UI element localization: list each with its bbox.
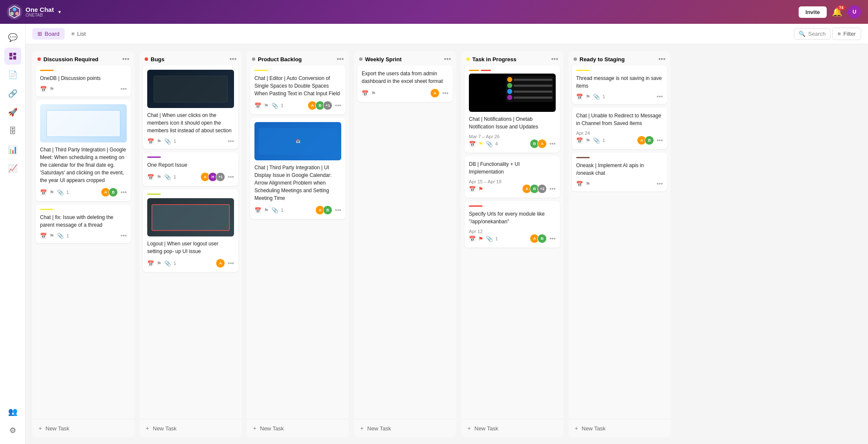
add-task-button[interactable]: ＋ New Task	[145, 423, 177, 434]
column-status-dot	[574, 57, 577, 61]
list-tab[interactable]: ≡ List	[66, 28, 91, 40]
flag-icon: ⚑	[49, 233, 54, 239]
add-task-button[interactable]: ＋ New Task	[359, 423, 391, 434]
user-avatar[interactable]: U	[848, 5, 861, 19]
calendar-icon: 📅	[40, 233, 47, 239]
card[interactable]: Oneask | Implement AI apis in /oneask ch…	[572, 153, 667, 191]
search-icon: 🔍	[799, 31, 805, 37]
column-title: Weekly Sprint	[365, 56, 441, 63]
svg-rect-5	[13, 53, 16, 55]
plus-icon: ＋	[574, 424, 579, 432]
sidebar-item-docs[interactable]: 📄	[4, 66, 21, 83]
calendar-icon: 📅	[576, 181, 583, 187]
card[interactable]: Logout | When user logout user setting p…	[143, 189, 238, 272]
card-menu[interactable]: •••	[549, 140, 556, 147]
card[interactable]: 📅 Chat | Third Party Integration | UI Di…	[250, 118, 345, 219]
card-menu[interactable]: •••	[657, 137, 663, 144]
invite-button[interactable]: Invite	[799, 6, 827, 18]
column-menu[interactable]: •••	[122, 55, 129, 63]
card-menu[interactable]: •••	[228, 138, 234, 145]
card[interactable]: Thread message is not saving in save ite…	[572, 65, 667, 104]
card[interactable]: Chat | Third Party Integration | Google …	[36, 100, 131, 201]
notification-button[interactable]: 🔔 74	[832, 7, 842, 17]
column-header: Bugs •••	[140, 51, 242, 65]
card-menu[interactable]: •••	[657, 93, 663, 100]
sidebar-item-db[interactable]: 🗄	[4, 122, 21, 139]
card-menu[interactable]: •••	[442, 90, 448, 97]
card[interactable]: Chat | When user clicks on the members i…	[143, 65, 238, 149]
card[interactable]: One Report Issue 📅 ⚑ 📎 1 AH+1 •••	[143, 152, 238, 186]
board-tab[interactable]: ⊞ Board	[32, 28, 65, 40]
search-bar[interactable]: 🔍 Search	[794, 28, 830, 40]
card[interactable]: Chat | Unable to Redirect to Message in …	[572, 108, 667, 149]
notification-badge: 74	[837, 5, 845, 10]
attachment-count: 1	[281, 103, 283, 108]
flag-icon: ⚑	[585, 94, 591, 100]
add-task-button[interactable]: ＋ New Task	[37, 423, 69, 434]
left-sidebar: 💬 📄 🔗 🚀 🗄 📊 📈 👥 ⚙	[0, 24, 26, 444]
card-footer: 📅 ⚑ 📎 1 AB •••	[254, 205, 341, 215]
card-footer: 📅 ⚑ •••	[576, 180, 663, 187]
card-tag	[576, 70, 590, 71]
card-menu[interactable]: •••	[549, 235, 556, 242]
sidebar-item-launch[interactable]: 🚀	[4, 104, 21, 121]
column-menu[interactable]: •••	[551, 55, 558, 63]
column-status-dot	[359, 57, 363, 61]
card-title: Chat | When user clicks on the members i…	[147, 111, 234, 134]
card-avatar: B	[108, 188, 118, 197]
card-date-range: Mar 7 – Apr 26	[469, 134, 556, 139]
card[interactable]: Chat | fix: Issue with deleting the pare…	[36, 205, 131, 243]
column-header: Task in Progress •••	[461, 51, 563, 65]
sidebar-item-barchart[interactable]: 📊	[4, 141, 21, 158]
card-menu[interactable]: •••	[657, 180, 663, 187]
card-menu[interactable]: •••	[228, 174, 234, 180]
column-menu[interactable]: •••	[658, 55, 665, 63]
card[interactable]: DB | Functionality + UI ImplementationAp…	[465, 156, 560, 198]
card-menu[interactable]: •••	[120, 232, 127, 239]
card-menu[interactable]: •••	[228, 260, 234, 267]
card-menu[interactable]: •••	[120, 189, 127, 196]
column-menu[interactable]: •••	[337, 55, 344, 63]
card-menu[interactable]: •••	[549, 185, 556, 192]
add-task-button[interactable]: ＋ New Task	[466, 423, 498, 434]
card-menu[interactable]: •••	[120, 85, 127, 92]
card-avatar: A	[430, 88, 440, 98]
card[interactable]: Specify Urls for every module like "/app…	[465, 201, 560, 248]
flag-icon: ⚑	[157, 138, 162, 145]
sidebar-item-piechart[interactable]: 📈	[4, 160, 21, 177]
column-menu[interactable]: •••	[444, 55, 451, 63]
plus-icon: ＋	[252, 424, 257, 432]
add-task-button[interactable]: ＋ New Task	[574, 423, 605, 434]
sidebar-item-kanban[interactable]	[4, 48, 21, 65]
add-task-button[interactable]: ＋ New Task	[252, 423, 284, 434]
column-status-dot	[37, 57, 41, 61]
card[interactable]: OneDB | Discussion points 📅 ⚑ •••	[36, 65, 131, 97]
column-cards: Chat | When user clicks on the members i…	[140, 65, 242, 419]
plus-icon: ＋	[37, 424, 43, 432]
card-menu[interactable]: •••	[335, 207, 341, 213]
card-tag	[40, 70, 54, 71]
svg-point-1	[13, 8, 16, 11]
card[interactable]: Chat | Editor | Auto Conversion of Singl…	[250, 65, 345, 114]
sidebar-item-settings[interactable]: ⚙	[4, 422, 21, 439]
card-footer: 📅 ⚑ A •••	[362, 88, 448, 98]
column-cards: Thread message is not saving in save ite…	[568, 65, 671, 419]
card-footer: 📅 ⚑ 📎 1 AB •••	[40, 188, 127, 197]
nav-chevron-icon: ▾	[58, 9, 61, 15]
card[interactable]: Export the users data from admin dashboa…	[357, 65, 453, 102]
column-menu[interactable]: •••	[229, 55, 237, 63]
card[interactable]: Chat | Notifications | Onetab Notificati…	[465, 65, 560, 153]
card-title: OneDB | Discussion points	[40, 74, 127, 82]
attachment-count: 1	[602, 94, 605, 99]
flag-icon: ⚑	[478, 186, 483, 192]
calendar-icon: 📅	[40, 189, 47, 196]
card-menu[interactable]: •••	[335, 102, 341, 109]
sidebar-item-chat[interactable]: 💬	[4, 29, 21, 46]
filter-button[interactable]: ≡ Filter	[832, 28, 861, 40]
sidebar-item-users[interactable]: 👥	[4, 403, 21, 420]
app-logo[interactable]: One Chat ONETAB ▾	[7, 4, 61, 20]
sidebar-item-links[interactable]: 🔗	[4, 85, 21, 102]
column-cards: Export the users data from admin dashboa…	[354, 65, 456, 419]
column-footer: ＋ New Task	[32, 419, 134, 437]
plus-icon: ＋	[466, 424, 472, 432]
